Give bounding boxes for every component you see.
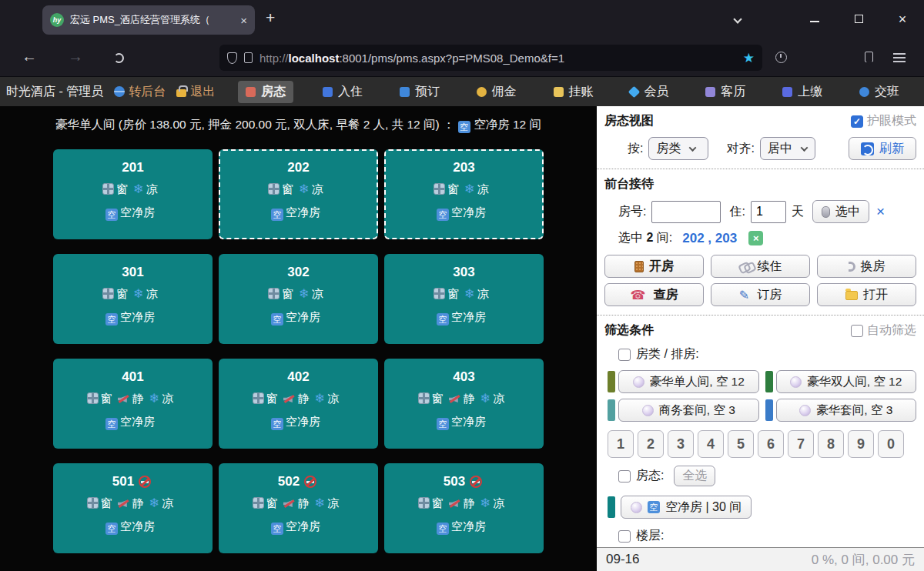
room-status: 空净房 [55, 515, 211, 538]
shield-icon[interactable] [227, 52, 237, 64]
auto-filter-checkbox[interactable] [851, 325, 863, 337]
selected-room-numbers[interactable]: 202 , 203 [682, 231, 737, 246]
vacant-icon [271, 313, 283, 326]
nav-tab-commission[interactable]: 佣金 [469, 81, 524, 103]
nav-tab-check-in[interactable]: 入住 [315, 81, 370, 103]
group-by-select[interactable]: 房类 [648, 137, 708, 160]
room-card-503[interactable]: 503窗静凉空净房 [384, 463, 544, 553]
window-icon [87, 497, 99, 509]
refresh-icon [861, 142, 874, 155]
pen-icon [739, 288, 749, 302]
room-card-301[interactable]: 301窗凉空净房 [53, 254, 213, 344]
nav-tab-ledger[interactable]: 挂账 [546, 81, 601, 103]
room-card-201[interactable]: 201窗凉空净房 [53, 149, 213, 239]
globe-icon [114, 86, 125, 97]
eye-mode-checkbox[interactable] [851, 115, 863, 128]
to-backstage-link[interactable]: 转后台 [114, 84, 166, 100]
roomtype-filter-checkbox[interactable] [618, 349, 631, 361]
digit-button-3[interactable]: 3 [668, 430, 694, 458]
vacant-clean-filter-button[interactable]: 空净房 | 30 间 [621, 496, 752, 519]
roomtype-filter-button-4[interactable]: 豪华套间, 空 3 [776, 399, 917, 422]
brick-icon [634, 261, 644, 272]
room-card-302[interactable]: 302窗凉空净房 [219, 254, 378, 344]
nav-tab-shift-change[interactable]: 交班 [852, 81, 907, 103]
forward-button[interactable]: → [68, 48, 83, 65]
tab-close-icon[interactable]: × [240, 14, 247, 27]
floor-filter-checkbox[interactable] [618, 530, 631, 543]
room-card-403[interactable]: 403窗静凉空净房 [384, 359, 544, 449]
page-info-icon[interactable] [244, 52, 253, 63]
logout-link[interactable]: 退出 [176, 84, 215, 100]
nav-tab-room-status[interactable]: 房态 [238, 81, 293, 103]
digit-button-1[interactable]: 1 [608, 430, 634, 458]
new-tab-button[interactable]: + [266, 8, 275, 27]
roomtype-filter-button-2[interactable]: 豪华双人间, 空 12 [776, 370, 917, 393]
url-bar[interactable]: http://localhost:8001/pms/pms.aspx?p=PMS… [219, 45, 762, 71]
deselect-all-icon[interactable] [748, 231, 763, 245]
select-all-button[interactable]: 全选 [674, 466, 715, 486]
room-card-502[interactable]: 502窗静凉空净房 [219, 463, 378, 553]
selected-count-text: 选中 2 间: [618, 230, 672, 246]
history-clock-icon[interactable] [775, 52, 787, 63]
roomtype-filter-item: 豪华单人间, 空 12 [608, 370, 759, 393]
digit-button-4[interactable]: 4 [698, 430, 724, 458]
digit-button-7[interactable]: 7 [788, 430, 814, 458]
room-card-203[interactable]: 203窗凉空净房 [384, 149, 544, 239]
room-card-303[interactable]: 303窗凉空净房 [384, 254, 544, 344]
extend-stay-button[interactable]: 续住 [711, 255, 810, 278]
minimize-button[interactable] [805, 12, 824, 25]
menu-hamburger-icon[interactable] [893, 53, 906, 55]
room-card-402[interactable]: 402窗静凉空净房 [219, 359, 378, 449]
roomtype-filter-item: 商务套间, 空 3 [608, 399, 759, 422]
room-no-input[interactable] [651, 201, 721, 223]
moneybag-icon [477, 87, 487, 97]
vacant-icon [105, 523, 118, 535]
refresh-button[interactable]: 刷新 [849, 137, 916, 160]
book-room-button[interactable]: 订房 [711, 283, 810, 306]
floor-filter-label: 楼层: [636, 528, 664, 544]
open-room-button[interactable]: 开房 [604, 255, 704, 278]
nav-tab-member[interactable]: 会员 [622, 81, 676, 103]
digit-button-9[interactable]: 9 [848, 430, 874, 458]
nav-tab-booking[interactable]: 预订 [392, 81, 447, 103]
status-filter-label: 房态: [636, 468, 664, 484]
back-button[interactable]: ← [22, 48, 37, 65]
clear-selection-x[interactable]: × [876, 203, 885, 220]
pick-button[interactable]: 选中 [812, 200, 869, 223]
browser-tab[interactable]: hy 宏远 PMS_酒店经营管理系统（ × [42, 5, 255, 35]
room-features: 窗静凉 [55, 492, 211, 515]
align-select[interactable]: 居中 [760, 137, 815, 160]
open-folder-button[interactable]: 打开 [817, 283, 916, 306]
change-room-button[interactable]: 换房 [817, 255, 916, 278]
bookmarks-save-icon[interactable] [865, 52, 873, 62]
stay-days-input[interactable] [751, 201, 786, 223]
digit-button-2[interactable]: 2 [638, 430, 664, 458]
bookmark-star-icon[interactable]: ★ [743, 50, 755, 66]
room-card-501[interactable]: 501窗静凉空净房 [53, 463, 213, 553]
inspect-room-button[interactable]: 查房 [604, 283, 704, 306]
digit-button-5[interactable]: 5 [728, 430, 754, 458]
digit-button-6[interactable]: 6 [758, 430, 784, 458]
roomtype-filter-button-3[interactable]: 商务套间, 空 3 [618, 399, 759, 422]
nav-tab-hand-in[interactable]: 上缴 [775, 81, 830, 103]
snow-icon [464, 282, 474, 306]
snow-icon [315, 387, 325, 410]
vacant-icon [105, 418, 118, 430]
room-card-202[interactable]: 202窗凉空净房 [219, 149, 378, 239]
status-filter-checkbox[interactable] [618, 470, 631, 483]
digit-button-8[interactable]: 8 [818, 430, 844, 458]
url-text[interactable]: http://localhost:8001/pms/pms.aspx?p=PMS… [259, 52, 736, 65]
no-smoking-icon [304, 476, 316, 488]
digit-button-0[interactable]: 0 [878, 430, 904, 458]
maximize-button[interactable] [849, 12, 868, 26]
sidebar-statusbar: 09-16 0 %, 0 间, 0.00 元 [597, 547, 924, 571]
nav-tab-guest-history[interactable]: 客历 [698, 81, 753, 103]
window-icon [434, 288, 445, 299]
close-button[interactable]: × [893, 12, 912, 27]
roomtype-filter-button-1[interactable]: 豪华单人间, 空 12 [618, 370, 759, 393]
tab-list-chevron-icon[interactable] [728, 12, 747, 27]
mute-icon [118, 498, 130, 509]
chevron-down-icon [800, 144, 808, 152]
reload-button[interactable] [114, 49, 124, 67]
room-card-401[interactable]: 401窗静凉空净房 [53, 359, 213, 449]
